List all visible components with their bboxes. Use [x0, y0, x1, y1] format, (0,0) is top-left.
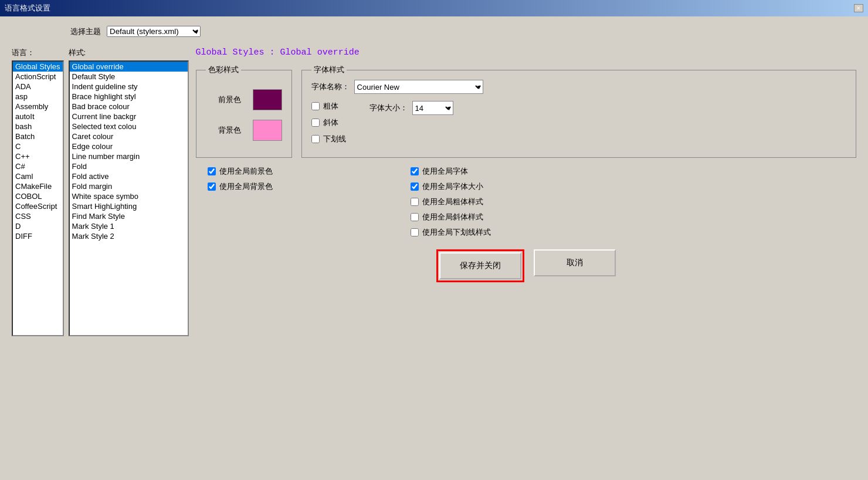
underline-checkbox-row[interactable]: 下划线 [311, 134, 346, 144]
use-global-bg-label: 使用全局背景色 [219, 181, 273, 192]
language-list-item[interactable]: COBOL [13, 191, 63, 201]
use-global-bold-label: 使用全局粗体样式 [422, 197, 483, 207]
language-list-item[interactable]: C# [13, 161, 63, 171]
use-global-font-checkbox[interactable] [411, 167, 419, 175]
style-list-item[interactable]: Mark Style 1 [70, 221, 188, 231]
bold-checkbox[interactable] [311, 102, 320, 110]
style-list-item[interactable]: Fold margin [70, 181, 188, 191]
font-size-select[interactable]: 891011121416182022242628364872 [412, 101, 453, 115]
language-list-item[interactable]: ActionScript [13, 72, 63, 82]
style-list-item[interactable]: Mark Style 2 [70, 231, 188, 241]
style-list-header: 样式: [69, 48, 189, 58]
use-global-bold-row[interactable]: 使用全局粗体样式 [411, 197, 856, 207]
use-global-font-size-checkbox[interactable] [411, 182, 419, 191]
style-list-item[interactable]: Smart HighLighting [70, 201, 188, 211]
use-global-font-size-label: 使用全局字体大小 [422, 181, 483, 192]
font-name-select[interactable]: Courier New [354, 80, 483, 94]
language-list-header: 语言： [12, 48, 64, 58]
close-button[interactable]: ✕ [854, 4, 863, 12]
style-list-item[interactable]: Line number margin [70, 151, 188, 161]
color-section-legend: 色彩样式 [206, 65, 241, 75]
use-global-font-row[interactable]: 使用全局字体 [411, 166, 856, 177]
language-list-item[interactable]: asp [13, 92, 63, 102]
language-list-item[interactable]: C++ [13, 151, 63, 161]
cancel-button[interactable]: 取消 [534, 249, 616, 276]
use-global-italic-row[interactable]: 使用全局斜体样式 [411, 212, 856, 222]
use-global-italic-checkbox[interactable] [411, 213, 419, 221]
style-list-item[interactable]: Selected text colou [70, 121, 188, 131]
background-color-swatch[interactable] [253, 120, 282, 141]
use-global-fg-checkbox[interactable] [208, 167, 216, 175]
use-global-underline-row[interactable]: 使用全局下划线样式 [411, 227, 856, 238]
language-list-item[interactable]: autoIt [13, 111, 63, 121]
style-list-item[interactable]: Bad brace colour [70, 102, 188, 111]
italic-label: 斜体 [323, 117, 338, 128]
use-global-font-label: 使用全局字体 [422, 166, 468, 177]
language-list-item[interactable]: CMakeFile [13, 181, 63, 191]
use-global-bg-row[interactable]: 使用全局背景色 [208, 181, 395, 192]
save-button[interactable]: 保存并关闭 [439, 252, 521, 279]
bold-checkbox-row[interactable]: 粗体 [311, 101, 346, 111]
theme-select[interactable]: Default (stylers.xml)DarkLight [107, 26, 201, 37]
use-global-italic-label: 使用全局斜体样式 [422, 212, 483, 222]
style-list-item[interactable]: Global override [70, 62, 188, 72]
style-list-item[interactable]: Brace highlight styl [70, 92, 188, 102]
language-list-item[interactable]: CoffeeScript [13, 201, 63, 211]
use-global-font-size-row[interactable]: 使用全局字体大小 [411, 181, 856, 192]
style-list-item[interactable]: Edge colour [70, 141, 188, 151]
italic-checkbox[interactable] [311, 119, 320, 127]
foreground-label: 前景色 [206, 94, 241, 105]
font-section-legend: 字体样式 [311, 65, 347, 75]
style-list-item[interactable]: Default Style [70, 72, 188, 82]
language-list-item[interactable]: CSS [13, 211, 63, 221]
language-list-item[interactable]: Assembly [13, 102, 63, 111]
style-list-item[interactable]: Fold [70, 161, 188, 171]
language-list-item[interactable]: D [13, 221, 63, 231]
language-list[interactable]: Global StylesActionScriptADAaspAssemblya… [12, 60, 64, 336]
underline-checkbox[interactable] [311, 135, 320, 143]
use-global-bold-checkbox[interactable] [411, 198, 419, 206]
language-list-item[interactable]: Caml [13, 171, 63, 181]
style-list-item[interactable]: Current line backgr [70, 111, 188, 121]
font-name-label: 字体名称： [311, 82, 350, 92]
dialog-title: 语言格式设置 [5, 3, 50, 13]
language-list-item[interactable]: bash [13, 121, 63, 131]
use-global-bg-checkbox[interactable] [208, 182, 216, 191]
background-label: 背景色 [206, 125, 241, 136]
language-list-item[interactable]: DIFF [13, 231, 63, 241]
panel-title: Global Styles : Global override [196, 48, 856, 58]
style-list-item[interactable]: Find Mark Style [70, 211, 188, 221]
underline-label: 下划线 [323, 134, 346, 144]
language-list-item[interactable]: C [13, 141, 63, 151]
style-list-item[interactable]: White space symbo [70, 191, 188, 201]
language-list-item[interactable]: Global Styles [13, 62, 63, 72]
use-global-underline-checkbox[interactable] [411, 228, 419, 236]
theme-label: 选择主题 [70, 26, 101, 37]
use-global-fg-label: 使用全局前景色 [219, 166, 273, 177]
style-list-item[interactable]: Fold active [70, 171, 188, 181]
style-list-item[interactable]: Indent guideline sty [70, 82, 188, 92]
style-list[interactable]: Global overrideDefault StyleIndent guide… [69, 60, 189, 336]
italic-checkbox-row[interactable]: 斜体 [311, 117, 346, 128]
bold-label: 粗体 [323, 101, 338, 111]
foreground-color-swatch[interactable] [253, 89, 282, 110]
use-global-fg-row[interactable]: 使用全局前景色 [208, 166, 395, 177]
title-bar: 语言格式设置 ✕ [0, 0, 868, 16]
font-size-label: 字体大小： [369, 103, 408, 113]
style-list-item[interactable]: Caret colour [70, 131, 188, 141]
language-list-item[interactable]: Batch [13, 131, 63, 141]
use-global-underline-label: 使用全局下划线样式 [422, 227, 491, 238]
language-list-item[interactable]: ADA [13, 82, 63, 92]
